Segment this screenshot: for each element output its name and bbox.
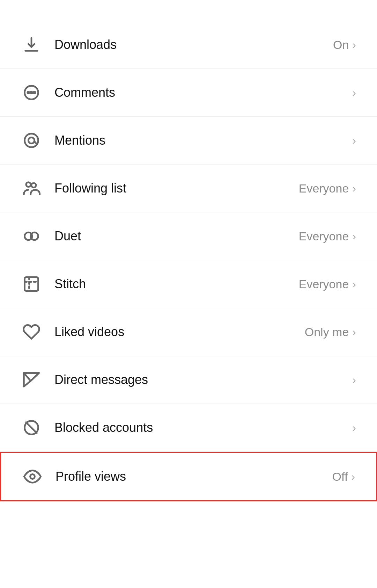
following-icon	[21, 178, 42, 199]
svg-point-3	[28, 92, 29, 93]
menu-label-duet: Duet	[54, 229, 81, 244]
menu-value-liked-videos: Only me›	[305, 325, 356, 339]
menu-value-duet: Everyone›	[299, 230, 356, 243]
menu-value-downloads: On›	[333, 38, 356, 52]
svg-point-7	[25, 134, 38, 147]
comments-chevron-icon: ›	[352, 86, 356, 99]
menu-item-liked-videos[interactable]: Liked videosOnly me›	[0, 308, 377, 356]
menu-label-direct-messages: Direct messages	[54, 372, 148, 387]
menu-item-mentions[interactable]: Mentions›	[0, 117, 377, 165]
menu-label-stitch: Stitch	[54, 277, 86, 291]
menu-value-following-list: Everyone›	[299, 182, 356, 195]
comments-icon	[21, 82, 42, 103]
following-list-value-text: Everyone	[299, 182, 349, 195]
stitch-icon	[21, 274, 42, 295]
profile-views-chevron-icon: ›	[351, 470, 355, 483]
profile-views-value-text: Off	[332, 470, 348, 484]
menu-value-stitch: Everyone›	[299, 277, 356, 291]
stitch-value-text: Everyone	[299, 277, 349, 291]
duet-value-text: Everyone	[299, 230, 349, 243]
mentions-icon	[21, 130, 42, 151]
section-label	[0, 0, 377, 21]
menu-label-following-list: Following list	[54, 181, 126, 196]
menu-item-following-list[interactable]: Following listEveryone›	[0, 165, 377, 212]
menu-item-blocked-accounts[interactable]: Blocked accounts›	[0, 404, 377, 452]
svg-point-8	[26, 182, 31, 187]
liked-videos-chevron-icon: ›	[352, 326, 356, 339]
blocked-accounts-chevron-icon: ›	[352, 421, 356, 434]
liked-videos-value-text: Only me	[305, 325, 349, 339]
following-list-chevron-icon: ›	[352, 182, 356, 195]
menu-item-profile-views[interactable]: Profile viewsOff›	[0, 452, 377, 501]
menu-label-comments: Comments	[54, 85, 115, 100]
svg-point-18	[30, 474, 35, 479]
downloads-chevron-icon: ›	[352, 38, 356, 51]
menu-value-comments: ›	[352, 86, 356, 99]
menu-label-downloads: Downloads	[54, 37, 117, 52]
menu-value-blocked-accounts: ›	[352, 421, 356, 434]
dm-icon	[21, 369, 42, 390]
svg-rect-12	[25, 277, 38, 291]
direct-messages-chevron-icon: ›	[352, 373, 356, 386]
menu-item-downloads[interactable]: DownloadsOn›	[0, 21, 377, 69]
svg-point-6	[28, 137, 34, 143]
duet-chevron-icon: ›	[352, 230, 356, 243]
menu-value-mentions: ›	[352, 134, 356, 147]
menu-item-direct-messages[interactable]: Direct messages›	[0, 356, 377, 404]
menu-value-direct-messages: ›	[352, 373, 356, 386]
downloads-value-text: On	[333, 38, 349, 52]
blocked-icon	[21, 417, 42, 438]
svg-point-9	[31, 183, 36, 188]
heart-icon	[21, 321, 42, 342]
svg-point-4	[30, 92, 32, 93]
menu-label-profile-views: Profile views	[56, 469, 126, 484]
mentions-chevron-icon: ›	[352, 134, 356, 147]
stitch-chevron-icon: ›	[352, 278, 356, 291]
menu-value-profile-views: Off›	[332, 470, 355, 484]
download-icon	[21, 34, 42, 55]
menu-item-stitch[interactable]: StitchEveryone›	[0, 260, 377, 308]
menu-label-mentions: Mentions	[54, 133, 105, 148]
menu-item-duet[interactable]: DuetEveryone›	[0, 212, 377, 260]
menu-label-liked-videos: Liked videos	[54, 325, 124, 339]
svg-point-5	[34, 92, 35, 93]
svg-line-17	[26, 422, 37, 433]
menu-item-comments[interactable]: Comments›	[0, 69, 377, 117]
menu-label-blocked-accounts: Blocked accounts	[54, 420, 153, 435]
duet-icon	[21, 226, 42, 247]
eye-icon	[22, 466, 43, 487]
